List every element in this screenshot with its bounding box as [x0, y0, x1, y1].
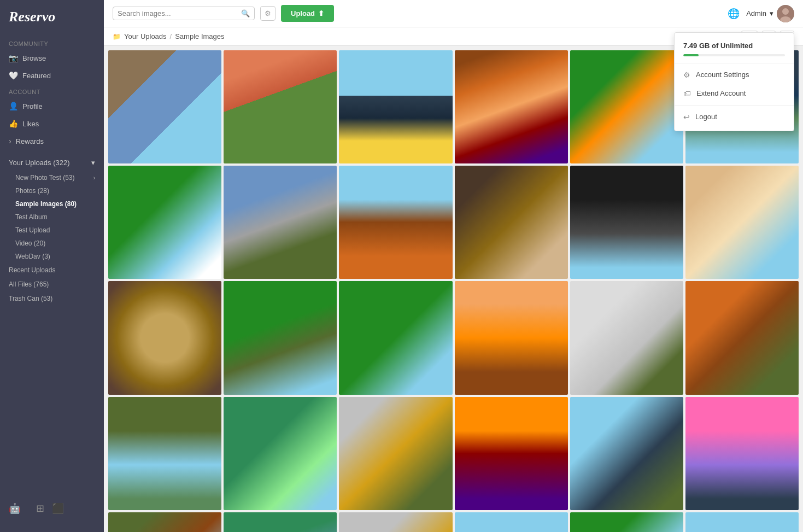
album-name: Video (20)	[15, 239, 45, 247]
photo-item-23[interactable]	[570, 397, 683, 510]
blackberry-icon[interactable]: ⬛	[52, 502, 64, 515]
photo-item-12[interactable]	[685, 166, 799, 279]
logout-item[interactable]: ↩ Logout	[675, 108, 794, 126]
account-section-label: Account	[0, 84, 104, 97]
album-new-photo-test[interactable]: New Photo Test (53) ›	[0, 171, 104, 184]
avatar	[777, 5, 794, 22]
globe-icon[interactable]: 🌐	[728, 8, 740, 20]
album-test-upload[interactable]: Test Upload	[0, 224, 104, 237]
upload-icon: ⬆	[318, 9, 324, 17]
topbar: 🔍 ⚙ Upload ⬆ 🌐 Admin ▾	[104, 0, 803, 27]
photo-item-20[interactable]	[224, 397, 337, 510]
sidebar-item-rewards[interactable]: › Rewards	[0, 132, 104, 150]
photo-item-14[interactable]	[224, 281, 337, 394]
album-sample-images[interactable]: Sample Images (80)	[0, 197, 104, 211]
photo-item-13[interactable]	[108, 281, 221, 394]
search-input[interactable]	[118, 9, 238, 17]
logo-area: Reservo	[0, 0, 104, 36]
logout-icon: ↩	[683, 113, 690, 121]
heart-outline-icon: 🤍	[9, 71, 18, 80]
android-icon[interactable]: 🤖	[9, 502, 21, 515]
all-files-link[interactable]: All Files (765)	[0, 277, 104, 291]
album-name: New Photo Test (53)	[15, 174, 75, 182]
rewards-label: Rewards	[16, 137, 44, 145]
photo-item-5[interactable]	[570, 50, 683, 163]
main-content: 🔍 ⚙ Upload ⬆ 🌐 Admin ▾	[104, 0, 803, 532]
extend-account-item[interactable]: 🏷 Extend Account	[675, 84, 794, 103]
recent-uploads-link[interactable]: Recent Uploads	[0, 263, 104, 277]
breadcrumb-your-uploads[interactable]: Your Uploads	[124, 32, 167, 40]
uploads-header-label: Your Uploads (322)	[9, 159, 70, 167]
photo-item-30[interactable]	[685, 512, 799, 532]
trash-can-link[interactable]: Trash Can (53)	[0, 291, 104, 306]
upload-button[interactable]: Upload ⬆	[281, 5, 334, 22]
photo-item-19[interactable]	[108, 397, 221, 510]
photo-item-2[interactable]	[224, 50, 337, 163]
photo-item-1[interactable]	[108, 50, 221, 163]
photo-item-26[interactable]	[224, 512, 337, 532]
photo-item-22[interactable]	[455, 397, 568, 510]
photo-item-18[interactable]	[685, 281, 799, 394]
photo-item-17[interactable]	[570, 281, 683, 394]
thumbs-up-icon: 👍	[9, 119, 18, 128]
breadcrumb-sep-1: /	[170, 32, 172, 40]
photo-item-16[interactable]	[455, 281, 568, 394]
album-name: Test Album	[15, 213, 48, 221]
photo-item-24[interactable]	[685, 397, 799, 510]
photo-item-8[interactable]	[224, 166, 337, 279]
sidebar-item-likes[interactable]: 👍 Likes	[0, 115, 104, 132]
extend-account-label: Extend Account	[696, 89, 746, 97]
album-name: WebDav (3)	[15, 253, 50, 260]
storage-bar-wrap	[675, 52, 794, 61]
album-webdav[interactable]: WebDav (3)	[0, 250, 104, 263]
search-wrapper[interactable]: 🔍	[113, 7, 255, 20]
sidebar-item-profile[interactable]: 👤 Profile	[0, 97, 104, 115]
camera-icon: 📷	[9, 54, 18, 62]
storage-fill	[683, 54, 699, 56]
folder-icon: 📁	[113, 33, 121, 40]
upload-label: Upload	[291, 9, 315, 17]
search-icon[interactable]: 🔍	[241, 9, 250, 17]
photo-item-10[interactable]	[455, 166, 568, 279]
community-section-label: Community	[0, 36, 104, 49]
topbar-right: 🌐 Admin ▾ 7.49 GB of Unlimited	[728, 5, 794, 22]
photo-item-4[interactable]	[455, 50, 568, 163]
logo: Reservo	[9, 9, 55, 25]
album-photos[interactable]: Photos (28)	[0, 184, 104, 197]
platform-icons: 🤖 ⊞ ⬛	[0, 494, 104, 523]
sidebar: Reservo Community 📷 Browse 🤍 Featured Ac…	[0, 0, 104, 532]
photo-item-28[interactable]	[455, 512, 568, 532]
album-test-album[interactable]: Test Album	[0, 211, 104, 224]
photo-item-27[interactable]	[339, 512, 452, 532]
admin-chevron-icon: ▾	[770, 9, 773, 17]
account-settings-item[interactable]: ⚙ Account Settings	[675, 66, 794, 84]
album-video[interactable]: Video (20)	[0, 237, 104, 250]
chevron-right-icon: ›	[9, 137, 11, 145]
storage-text: 7.49 GB of Unlimited	[675, 37, 794, 52]
search-settings-button[interactable]: ⚙	[260, 6, 276, 21]
uploads-header[interactable]: Your Uploads (322) ▾	[0, 154, 104, 171]
photo-item-11[interactable]	[570, 166, 683, 279]
sidebar-item-browse[interactable]: 📷 Browse	[0, 49, 104, 67]
sidebar-item-featured[interactable]: 🤍 Featured	[0, 67, 104, 84]
photo-item-25[interactable]	[108, 512, 221, 532]
profile-label: Profile	[22, 102, 43, 110]
photo-item-7[interactable]	[108, 166, 221, 279]
breadcrumb-sample-images[interactable]: Sample Images	[175, 32, 224, 40]
storage-bar	[683, 54, 785, 56]
photo-item-9[interactable]	[339, 166, 452, 279]
likes-label: Likes	[22, 120, 39, 128]
photo-item-15[interactable]	[339, 281, 452, 394]
gear-icon: ⚙	[683, 71, 690, 79]
photo-item-21[interactable]	[339, 397, 452, 510]
uploads-section: Your Uploads (322) ▾ New Photo Test (53)…	[0, 154, 104, 263]
windows-icon[interactable]: ⊞	[36, 502, 44, 515]
admin-dropdown-button[interactable]: Admin ▾	[746, 5, 794, 22]
uploads-chevron-icon: ▾	[91, 159, 95, 167]
tag-icon: 🏷	[683, 89, 691, 98]
svg-point-1	[782, 8, 789, 15]
photo-item-29[interactable]	[570, 512, 683, 532]
photo-item-3[interactable]	[339, 50, 452, 163]
album-name: Sample Images (80)	[15, 200, 77, 208]
dropdown-divider-1	[675, 63, 794, 63]
